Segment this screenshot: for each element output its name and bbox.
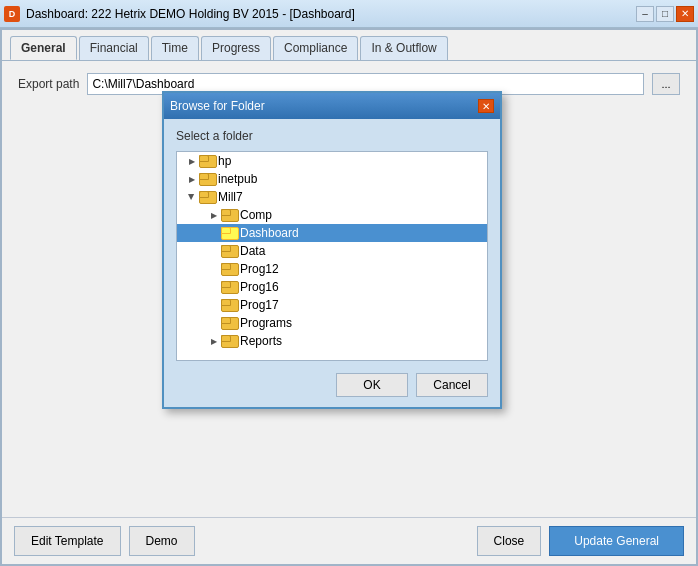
tree-item-label: hp [218,154,231,168]
folder-icon [221,227,237,240]
list-item[interactable]: ▶ Prog17 [177,296,487,314]
tree-item-label: Prog16 [240,280,279,294]
chevron-right-icon: ▶ [185,153,199,169]
tree-item-label: Programs [240,316,292,330]
list-item[interactable]: ▶ Prog12 [177,260,487,278]
title-bar-text: Dashboard: 222 Hetrix DEMO Holding BV 20… [26,7,355,21]
dialog-buttons: OK Cancel [176,373,488,397]
folder-icon [221,263,237,276]
tab-bar: General Financial Time Progress Complian… [2,30,696,60]
tree-item-label: Reports [240,334,282,348]
folder-icon [221,281,237,294]
browse-dialog: Browse for Folder ✕ Select a folder ▶ hp… [162,91,502,409]
export-path-label: Export path [18,77,79,91]
folder-icon [199,173,215,186]
chevron-right-icon: ▶ [207,333,221,349]
list-item[interactable]: ▶ Programs [177,314,487,332]
tree-item-label: Prog17 [240,298,279,312]
list-item[interactable]: ▶ inetpub [177,170,487,188]
tree-item-label: Comp [240,208,272,222]
list-item[interactable]: ▶ Data [177,242,487,260]
select-folder-label: Select a folder [176,129,488,143]
tab-time[interactable]: Time [151,36,199,60]
minimize-button[interactable]: – [636,6,654,22]
chevron-right-icon: ▶ [185,171,199,187]
tab-progress[interactable]: Progress [201,36,271,60]
close-button[interactable]: Close [477,526,542,556]
tree-item-label: Prog12 [240,262,279,276]
title-bar: D Dashboard: 222 Hetrix DEMO Holding BV … [0,0,698,28]
folder-icon [221,245,237,258]
dialog-body: Select a folder ▶ hp ▶ inetpub [164,119,500,407]
list-item[interactable]: ▶ Prog16 [177,278,487,296]
dialog-title: Browse for Folder [170,99,265,113]
tree-item-label: Data [240,244,265,258]
tree-item-label: inetpub [218,172,257,186]
folder-icon [199,155,215,168]
list-item[interactable]: ▶ Dashboard [177,224,487,242]
content-area: Export path ... Browse for Folder ✕ Sele… [2,60,696,517]
window-close-button[interactable]: ✕ [676,6,694,22]
chevron-right-icon: ▶ [207,207,221,223]
tab-inoutflow[interactable]: In & Outflow [360,36,447,60]
folder-icon [221,317,237,330]
tab-general[interactable]: General [10,36,77,60]
app-icon: D [4,6,20,22]
edit-template-button[interactable]: Edit Template [14,526,121,556]
cancel-button[interactable]: Cancel [416,373,488,397]
tree-item-label: Mill7 [218,190,243,204]
folder-icon [221,335,237,348]
folder-icon [221,299,237,312]
window-controls: – □ ✕ [636,6,694,22]
folder-icon [199,191,215,204]
folder-tree[interactable]: ▶ hp ▶ inetpub ▶ Mill7 [176,151,488,361]
folder-icon [221,209,237,222]
update-general-button[interactable]: Update General [549,526,684,556]
dialog-title-bar: Browse for Folder ✕ [164,93,500,119]
list-item[interactable]: ▶ Comp [177,206,487,224]
list-item[interactable]: ▶ Reports [177,332,487,350]
tab-financial[interactable]: Financial [79,36,149,60]
ok-button[interactable]: OK [336,373,408,397]
browse-button[interactable]: ... [652,73,680,95]
tree-item-label: Dashboard [240,226,299,240]
main-window: General Financial Time Progress Complian… [0,28,698,566]
tab-compliance[interactable]: Compliance [273,36,358,60]
demo-button[interactable]: Demo [129,526,195,556]
restore-button[interactable]: □ [656,6,674,22]
dialog-close-button[interactable]: ✕ [478,99,494,113]
list-item[interactable]: ▶ Mill7 [177,188,487,206]
list-item[interactable]: ▶ hp [177,152,487,170]
chevron-down-icon: ▶ [184,190,200,204]
bottom-bar: Edit Template Demo Close Update General [2,517,696,564]
